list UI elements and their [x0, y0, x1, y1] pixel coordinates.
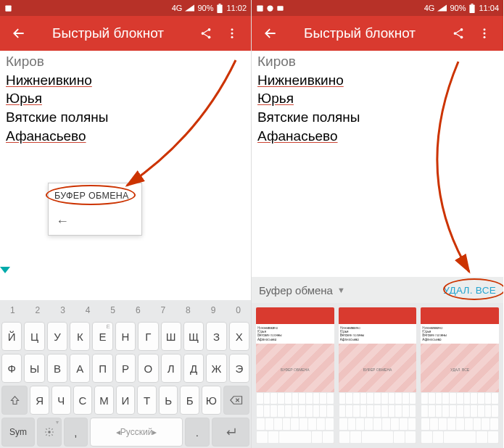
svg-point-19	[484, 33, 486, 35]
app-bar: Быстрый блокнот	[0, 16, 251, 51]
keyboard-row-2: ФЫВАПРОЛДЖЭ	[0, 352, 251, 384]
enter-key[interactable]	[212, 418, 249, 447]
clipboard-item[interactable]: НижнеивкиноЮрьяВятские поляныАфанасьево …	[421, 307, 499, 444]
key[interactable]: Ж	[206, 354, 226, 383]
key[interactable]: ЕЁ	[92, 322, 112, 351]
key[interactable]: П	[92, 354, 112, 383]
note-content[interactable]: Киров Нижнеивкино Юрья Вятские поляны Аф…	[252, 51, 503, 146]
status-left-icons	[4, 4, 12, 12]
network-4g: 4G	[172, 4, 183, 12]
svg-rect-14	[471, 4, 474, 4]
key[interactable]: Й	[1, 322, 22, 351]
key[interactable]: Р	[115, 354, 136, 383]
keyboard-number-row: 1234567890	[0, 300, 251, 320]
key[interactable]: У	[47, 322, 67, 351]
screenshot-right: 4G 90% 11:04 Быстрый блокнот Киров Нижне…	[252, 0, 503, 448]
delete-all-button[interactable]: УДАЛ. ВСЕ	[443, 285, 496, 296]
screenshot-left: 4G 90% 11:02 Быстрый блокнот Киров Нижне…	[0, 0, 252, 448]
comma-key[interactable]: ,	[64, 418, 88, 447]
clipboard-item[interactable]: НижнеивкиноЮрьяВятские поляныАфанасьево …	[339, 307, 417, 444]
svg-rect-10	[257, 5, 263, 11]
popup-back-button[interactable]: ←	[49, 208, 141, 235]
popup-clipboard-option[interactable]: БУФЕР ОБМЕНА	[49, 183, 141, 208]
note-line: Киров	[257, 54, 296, 69]
signal-icon	[437, 4, 447, 12]
period-key[interactable]: .	[185, 418, 210, 447]
status-bar: 4G 90% 11:04	[252, 0, 503, 16]
key[interactable]: Ф	[1, 354, 22, 383]
key[interactable]: Ь	[159, 386, 178, 415]
svg-point-20	[484, 36, 486, 38]
svg-point-11	[267, 5, 273, 11]
key[interactable]: Ю	[202, 386, 221, 415]
keyboard-row-3: ЯЧСМИТЬБЮ	[0, 384, 251, 416]
shift-key[interactable]	[1, 386, 28, 415]
key[interactable]: О	[138, 354, 158, 383]
key[interactable]: М	[94, 386, 114, 415]
svg-point-9	[48, 431, 51, 434]
svg-point-18	[484, 28, 486, 30]
menu-button[interactable]	[471, 20, 497, 46]
clipboard-item[interactable]: НижнеивкиноЮрьяВятские поляныАфанасьево …	[256, 307, 334, 444]
clipboard-panel: Буфер обмена ▼ УДАЛ. ВСЕ НижнеивкиноЮрья…	[252, 277, 503, 448]
key[interactable]: Ш	[161, 322, 181, 351]
key[interactable]: Щ	[183, 322, 204, 351]
key[interactable]: К	[70, 322, 90, 351]
key[interactable]: Т	[137, 386, 157, 415]
key[interactable]: Л	[161, 354, 181, 383]
key[interactable]: А	[70, 354, 90, 383]
key[interactable]: И	[116, 386, 136, 415]
app-title: Быстрый блокнот	[304, 25, 445, 41]
space-key[interactable]: ◂ Русский ▸	[90, 418, 183, 447]
key[interactable]: С	[73, 386, 93, 415]
app-title: Быстрый блокнот	[52, 25, 193, 41]
key[interactable]: Ц	[24, 322, 44, 351]
key[interactable]: Г	[138, 322, 158, 351]
svg-rect-1	[218, 4, 223, 13]
key[interactable]: Д	[183, 354, 204, 383]
share-button[interactable]	[445, 20, 471, 46]
key[interactable]: Ч	[51, 386, 71, 415]
svg-rect-2	[219, 4, 221, 4]
key[interactable]: Я	[30, 386, 49, 415]
note-line: Нижнеивкино	[257, 72, 344, 88]
clipboard-title: Буфер обмена	[259, 284, 333, 296]
share-button[interactable]	[193, 20, 219, 46]
note-line: Афанасьево	[6, 128, 86, 144]
key[interactable]: Х	[229, 322, 249, 351]
clipboard-popup: БУФЕР ОБМЕНА ←	[48, 183, 142, 236]
status-bar: 4G 90% 11:02	[0, 0, 251, 16]
battery-pct: 90%	[450, 4, 466, 12]
note-line: Афанасьево	[257, 128, 338, 144]
battery-icon	[216, 4, 223, 13]
note-line: Юрья	[6, 91, 42, 106]
symbols-key[interactable]: Sym	[1, 418, 35, 447]
signal-icon	[185, 4, 194, 12]
svg-point-8	[231, 36, 234, 38]
back-button[interactable]	[257, 20, 284, 46]
key[interactable]: Н	[115, 322, 136, 351]
key[interactable]: З	[206, 322, 226, 351]
text-cursor-handle[interactable]	[0, 267, 10, 273]
clipboard-items: НижнеивкиноЮрьяВятские поляныАфанасьево …	[252, 303, 503, 448]
menu-button[interactable]	[219, 20, 245, 46]
svg-point-7	[231, 33, 234, 35]
keyboard-row-1: ЙЦУКЕЁНГШЩЗХ	[0, 320, 251, 352]
app-bar: Быстрый блокнот	[252, 16, 503, 51]
key[interactable]: В	[47, 354, 67, 383]
key[interactable]: Ы	[24, 354, 44, 383]
status-left-icons	[256, 4, 284, 12]
keyboard-row-4: Sym ▾ , ◂ Русский ▸ .	[0, 416, 251, 448]
svg-point-6	[231, 28, 234, 30]
note-content[interactable]: Киров Нижнеивкино Юрья Вятские поляны Аф…	[0, 51, 251, 146]
back-button[interactable]	[6, 20, 32, 46]
network-4g: 4G	[424, 4, 435, 12]
key[interactable]: Б	[180, 386, 199, 415]
clipboard-header: Буфер обмена ▼ УДАЛ. ВСЕ	[252, 277, 503, 303]
svg-rect-13	[470, 4, 475, 13]
chevron-down-icon[interactable]: ▼	[337, 286, 345, 294]
settings-key[interactable]: ▾	[37, 418, 62, 447]
backspace-key[interactable]	[223, 386, 249, 415]
key[interactable]: Э	[229, 354, 249, 383]
note-line: Вятские поляны	[6, 109, 108, 125]
